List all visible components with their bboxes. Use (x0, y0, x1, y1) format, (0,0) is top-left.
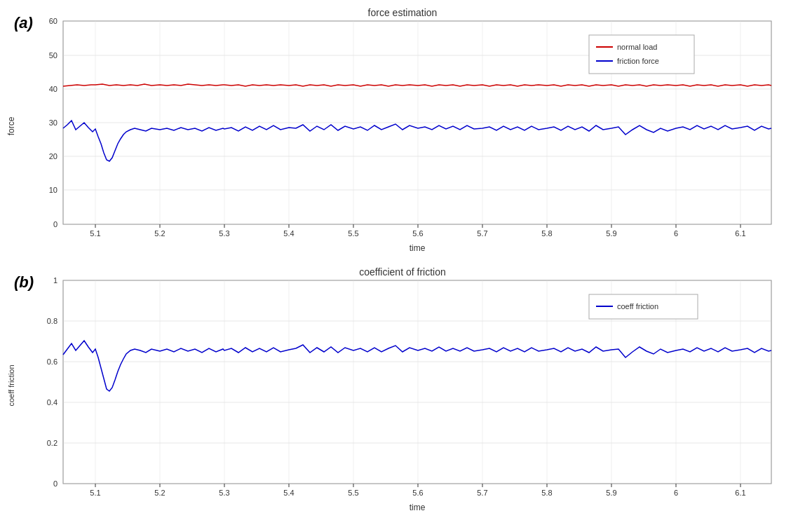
svg-text:0: 0 (53, 220, 58, 229)
svg-text:50: 50 (49, 51, 58, 60)
svg-text:coeff friction: coeff friction (617, 302, 658, 311)
bottom-chart: coefficient of friction (b) 0 0.2 0.4 0.… (0, 259, 805, 519)
svg-rect-50 (589, 35, 694, 74)
top-chart: force estimation (a) 0 10 20 30 40 50 60 (0, 0, 805, 259)
svg-text:coeff friction: coeff friction (7, 364, 15, 406)
svg-text:5.6: 5.6 (412, 229, 423, 238)
svg-text:6.1: 6.1 (735, 229, 745, 238)
svg-text:5.4: 5.4 (283, 229, 294, 238)
svg-text:6: 6 (674, 229, 678, 238)
svg-text:5.5: 5.5 (348, 229, 358, 238)
svg-text:10: 10 (49, 186, 58, 194)
svg-text:5.4: 5.4 (283, 489, 294, 497)
svg-text:5.3: 5.3 (219, 489, 229, 497)
svg-text:5.6: 5.6 (412, 489, 423, 497)
svg-text:0.4: 0.4 (47, 398, 58, 407)
svg-text:5.7: 5.7 (477, 229, 487, 238)
svg-text:5.3: 5.3 (219, 229, 229, 238)
top-chart-svg: 0 10 20 30 40 50 60 5.1 5.2 5.3 5.4 5.5 … (0, 0, 805, 259)
svg-text:20: 20 (49, 152, 58, 161)
svg-text:5.9: 5.9 (606, 229, 616, 238)
svg-text:5.9: 5.9 (606, 489, 616, 497)
svg-text:5.1: 5.1 (90, 489, 100, 497)
svg-text:60: 60 (49, 17, 58, 25)
svg-text:5.2: 5.2 (154, 489, 165, 497)
svg-text:0: 0 (53, 479, 58, 488)
svg-text:30: 30 (49, 118, 58, 127)
svg-text:time: time (410, 503, 426, 512)
svg-text:0.6: 0.6 (47, 357, 58, 366)
svg-text:normal load: normal load (617, 43, 657, 51)
svg-text:time: time (410, 243, 426, 253)
bottom-chart-svg: 0 0.2 0.4 0.6 0.8 1 5.1 5.2 5.3 5.4 5.5 … (0, 259, 805, 519)
svg-text:40: 40 (49, 85, 58, 93)
svg-text:5.2: 5.2 (154, 229, 165, 238)
page-container: force estimation (a) 0 10 20 30 40 50 60 (0, 0, 805, 532)
svg-text:force: force (6, 116, 16, 135)
svg-text:0.2: 0.2 (47, 439, 58, 447)
svg-text:1: 1 (53, 276, 58, 285)
svg-text:6.1: 6.1 (735, 489, 745, 497)
svg-text:5.1: 5.1 (90, 229, 100, 238)
svg-text:6: 6 (674, 489, 678, 497)
svg-text:0.8: 0.8 (47, 317, 58, 325)
svg-text:5.7: 5.7 (477, 489, 487, 497)
svg-text:5.8: 5.8 (541, 489, 552, 497)
svg-text:5.5: 5.5 (348, 489, 358, 497)
svg-text:friction force: friction force (617, 57, 659, 65)
svg-text:5.8: 5.8 (541, 229, 552, 238)
